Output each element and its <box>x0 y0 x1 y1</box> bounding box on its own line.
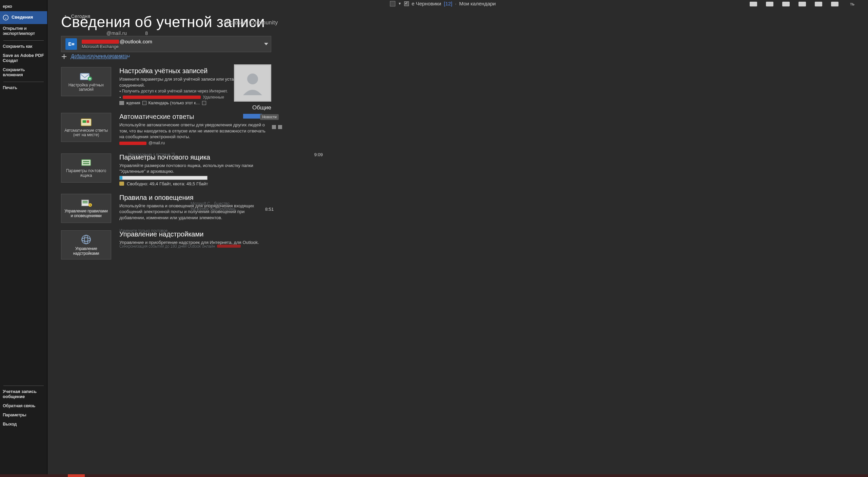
nav-item[interactable]: ерко <box>0 2 47 11</box>
nav-item-print[interactable]: Печать <box>0 83 47 92</box>
lock-icon <box>272 125 276 129</box>
svg-rect-5 <box>119 101 124 105</box>
section-desc: Используйте правила и оповещения для упо… <box>119 203 269 221</box>
tag-badge: Новости <box>260 114 279 120</box>
folder-icon <box>119 182 124 186</box>
page-title: Сведения об учетной записи ↖ Сегодня @ma… <box>61 14 868 30</box>
section-rules: Управление правилами и оповещениями Прав… <box>61 194 868 223</box>
add-account-link[interactable]: Добавить учётную запись Дополнительные п… <box>61 54 868 60</box>
redacted-bar <box>82 40 119 44</box>
tile-rules[interactable]: Управление правилами и оповещениями <box>61 194 111 223</box>
flag-icon[interactable] <box>815 2 822 6</box>
avatar-caption: Общие <box>252 104 271 111</box>
top-folder-status: ▼ е Черновики [12] · Мои календари <box>390 1 496 6</box>
tile-caption: Управление надстройками <box>61 247 111 255</box>
tile-caption: Управление правилами и оповещениями <box>61 209 111 218</box>
nav-item-save-as[interactable]: Сохранить как <box>0 42 47 51</box>
section-title: Правила и оповещения <box>119 194 269 202</box>
section-mailbox: Параметры почтового ящика Параметры почт… <box>61 153 868 186</box>
nav-separator <box>3 82 44 82</box>
svg-rect-13 <box>83 161 89 162</box>
svg-point-21 <box>84 235 88 244</box>
nav-item-adobe-pdf[interactable]: Save as Adobe PDF Создат <box>0 51 47 65</box>
person-icon <box>239 69 266 97</box>
gear-mail-icon <box>80 71 93 82</box>
flag-icon[interactable] <box>782 2 790 6</box>
exchange-icon: E✉ <box>65 38 77 50</box>
nav-item-open-export[interactable]: Открытие и экспорт/импорт <box>0 24 47 38</box>
timestamp: 9:09 <box>314 152 323 157</box>
nav-item-options[interactable]: Параметры <box>0 411 47 420</box>
checkbox-icon[interactable] <box>404 1 409 6</box>
nav-item-feedback[interactable]: Обратная связь <box>0 401 47 411</box>
mini-icons <box>272 125 282 129</box>
globe-icon <box>80 234 92 245</box>
tile-caption: Настройка учётных записей <box>61 83 111 92</box>
row-icon <box>119 101 124 105</box>
checkbox-icon[interactable] <box>202 101 206 105</box>
section-title: Управление надстройками <box>119 230 259 238</box>
ghost-line: @mail.ru Новости <box>119 141 269 146</box>
section-addins: Управление надстройками Управление надст… <box>61 230 868 260</box>
svg-rect-11 <box>278 125 282 129</box>
tile-account-settings[interactable]: Настройка учётных записей <box>61 67 111 96</box>
nav-item-info[interactable]: Сведения <box>0 11 47 24</box>
tile-addins[interactable]: Управление надстройками <box>61 230 111 260</box>
account-type: Microsoft Exchange <box>82 44 152 49</box>
autoreply-icon <box>80 118 92 127</box>
info-icon <box>3 15 9 21</box>
chevron-down-icon <box>264 43 268 45</box>
account-selector[interactable]: E✉ @outlook.com Microsoft Exchange <box>61 36 271 52</box>
checkbox-icon[interactable] <box>142 101 146 105</box>
dropdown-icon[interactable] <box>390 1 395 6</box>
section-desc: Используйте автоматические ответы для ув… <box>119 122 269 140</box>
flag-icon[interactable] <box>750 2 757 6</box>
section-desc: Управляйте размером почтового ящика, исп… <box>119 163 269 174</box>
window-icon-strip: ть <box>750 1 854 6</box>
ghost-text: Дополнительные параметры <box>71 53 130 58</box>
svg-point-19 <box>82 235 91 244</box>
bottom-progress-bar <box>0 474 868 477</box>
svg-rect-8 <box>83 120 86 123</box>
svg-point-20 <box>82 238 91 241</box>
backstage-nav: ерко Сведения Открытие и экспорт/импорт … <box>0 0 47 477</box>
progress-chunk <box>68 474 85 477</box>
tile-auto-replies[interactable]: Автоматические ответы (нет на месте) <box>61 113 111 142</box>
flag-icon[interactable] <box>831 2 839 6</box>
section-desc: Управление и приобретение надстроек для … <box>119 240 259 246</box>
svg-point-6 <box>247 74 258 84</box>
title-ghost-overlay: ↖ Сегодня <box>64 14 91 19</box>
corner-text: ть <box>850 1 854 6</box>
storage-caption: Свободно: 49,4 Гбайт, квота: 49,5 Гбайт <box>119 181 269 186</box>
mailbox-icon <box>80 158 92 167</box>
storage-bar <box>119 176 208 180</box>
avatar-block: Общие <box>234 64 271 119</box>
section-account-settings: Настройка учётных записей Настройка учёт… <box>61 67 868 105</box>
folder-name[interactable]: е Черновики <box>412 1 441 6</box>
tile-caption: Параметры почтового ящика <box>61 169 111 178</box>
title-ghost-right: Microsoft Community <box>224 20 278 26</box>
folder-count: [12] <box>444 1 452 6</box>
rules-icon <box>80 198 92 208</box>
flag-icon[interactable] <box>798 2 806 6</box>
nav-separator <box>3 40 44 41</box>
nav-item-exit[interactable]: Выход <box>0 420 47 429</box>
svg-rect-14 <box>83 163 89 164</box>
plus-icon <box>61 54 67 60</box>
nav-item-label: Сведения <box>12 15 33 20</box>
svg-rect-10 <box>272 125 276 129</box>
my-calendars-label[interactable]: Мои календари <box>459 1 496 6</box>
svg-rect-17 <box>83 203 88 203</box>
avatar-placeholder[interactable] <box>234 64 271 102</box>
svg-rect-9 <box>87 120 90 123</box>
timestamp: 8:51 <box>265 207 274 212</box>
tile-mailbox[interactable]: Параметры почтового ящика <box>61 153 111 183</box>
section-auto-replies: Автоматические ответы (нет на месте) Авт… <box>61 113 868 146</box>
flag-icon[interactable] <box>766 2 773 6</box>
flag-icon <box>278 125 282 129</box>
title-ghost-under: @mail.ru 8 <box>85 30 148 36</box>
nav-item-account[interactable]: Учетная запись ообщение <box>0 387 47 401</box>
nav-item-save-attachments[interactable]: Сохранить вложения <box>0 65 47 80</box>
svg-rect-12 <box>82 160 91 166</box>
nav-separator <box>3 386 44 386</box>
